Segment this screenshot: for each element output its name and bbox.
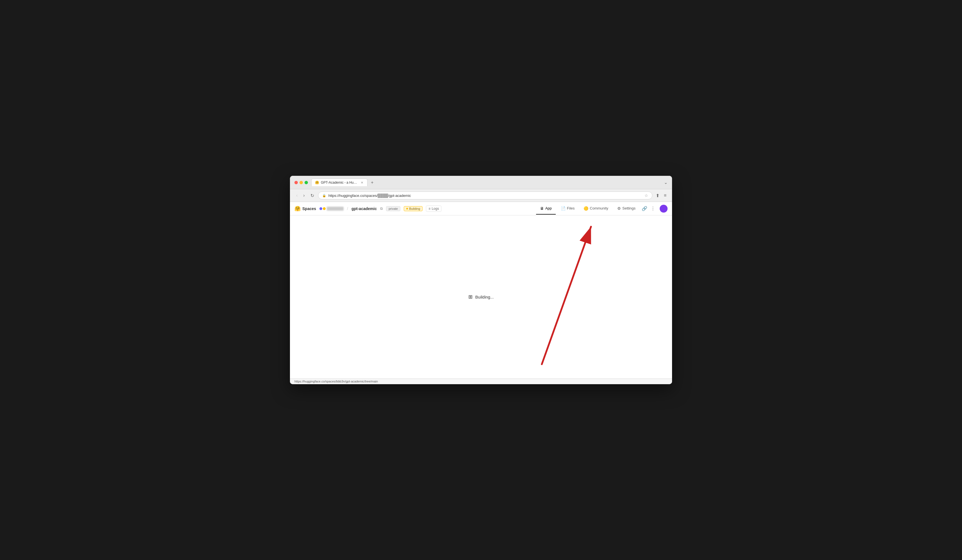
more-button[interactable]: ⋮ xyxy=(650,205,656,212)
nav-actions: ⬆ ≡ xyxy=(655,192,668,200)
svg-line-1 xyxy=(542,227,591,364)
status-url: https://huggingface.co/spaces/bbb3n/gpt-… xyxy=(294,380,378,383)
bookmark-icon[interactable]: ☆ xyxy=(644,193,648,198)
logs-button[interactable]: ≡ Logs xyxy=(426,206,441,212)
tab-favicon-icon: 🤗 xyxy=(315,180,319,185)
window-controls-icon: ⌄ xyxy=(664,180,668,185)
tab-bar: 🤗 GPT-Academic - a Hugging Fac… ✕ + xyxy=(311,179,660,186)
spaces-logo[interactable]: 🤗 Spaces xyxy=(294,206,316,212)
tab-files[interactable]: 📄 Files xyxy=(557,203,578,214)
building-dot-icon xyxy=(406,208,408,209)
settings-tab-icon: ⚙ xyxy=(617,206,621,211)
spaces-label: Spaces xyxy=(302,206,316,211)
app-tab-label: App xyxy=(546,206,552,210)
user-profile-avatar[interactable] xyxy=(660,205,668,212)
link-button[interactable]: 🔗 xyxy=(641,205,649,212)
logs-label: Logs xyxy=(431,207,439,211)
traffic-lights xyxy=(294,181,308,184)
dot-purple-icon xyxy=(320,207,322,210)
building-status-text: Building... xyxy=(475,294,494,299)
private-badge: private xyxy=(386,206,400,211)
address-text: https://huggingface.co/spaces/████/gpt-a… xyxy=(328,193,642,198)
building-status-badge[interactable]: Building xyxy=(404,206,423,211)
nav-tabs: 🖥 App 📄 Files 🟡 Community ⚙ Settings 🔗 ⋮ xyxy=(536,203,668,214)
nav-bar: ‹ › ↻ 🔒 https://huggingface.co/spaces/██… xyxy=(290,189,672,202)
username-text xyxy=(327,207,344,211)
maximize-window-button[interactable] xyxy=(305,181,308,184)
share-button[interactable]: ⬆ xyxy=(655,192,660,200)
files-tab-label: Files xyxy=(567,206,575,210)
avatar-dots xyxy=(320,207,326,210)
close-window-button[interactable] xyxy=(294,181,298,184)
repo-name: gpt-academic xyxy=(352,206,377,211)
files-tab-icon: 📄 xyxy=(561,206,566,211)
community-tab-label: Community xyxy=(590,206,608,210)
active-tab[interactable]: 🤗 GPT-Academic - a Hugging Fac… ✕ xyxy=(311,179,368,186)
tab-settings[interactable]: ⚙ Settings xyxy=(613,203,639,214)
dot-yellow-icon xyxy=(323,207,326,210)
address-bar[interactable]: 🔒 https://huggingface.co/spaces/████/gpt… xyxy=(318,191,652,200)
minimize-window-button[interactable] xyxy=(300,181,303,184)
lock-icon: 🔒 xyxy=(322,194,326,198)
back-button[interactable]: ‹ xyxy=(294,192,299,199)
tab-community[interactable]: 🟡 Community xyxy=(579,203,612,214)
status-bar: https://huggingface.co/spaces/bbb3n/gpt-… xyxy=(290,378,672,384)
settings-tab-label: Settings xyxy=(622,206,636,210)
browser-window: 🤗 GPT-Academic - a Hugging Fac… ✕ + ⌄ ‹ … xyxy=(290,176,672,384)
tab-app[interactable]: 🖥 App xyxy=(536,203,556,214)
building-status-message: ⊞ Building... xyxy=(468,294,494,300)
logs-icon: ≡ xyxy=(428,207,431,211)
building-badge-label: Building xyxy=(409,207,420,210)
user-avatar-area xyxy=(320,207,344,211)
app-bar: 🤗 Spaces / gpt-academic ⧉ private Buildi… xyxy=(290,202,672,216)
spaces-emoji-icon: 🤗 xyxy=(294,206,301,212)
title-bar: 🤗 GPT-Academic - a Hugging Fac… ✕ + ⌄ xyxy=(290,176,672,189)
community-tab-icon: 🟡 xyxy=(584,206,588,211)
menu-button[interactable]: ≡ xyxy=(663,192,668,199)
tab-title: GPT-Academic - a Hugging Fac… xyxy=(321,180,358,185)
forward-button[interactable]: › xyxy=(302,192,306,199)
copy-icon[interactable]: ⧉ xyxy=(380,206,383,211)
building-spinner-icon: ⊞ xyxy=(468,294,473,300)
tab-close-button[interactable]: ✕ xyxy=(360,181,364,185)
app-tab-icon: 🖥 xyxy=(540,206,544,211)
separator: / xyxy=(347,206,348,211)
new-tab-button[interactable]: + xyxy=(369,179,376,186)
reload-button[interactable]: ↻ xyxy=(309,192,316,200)
main-content: ⊞ Building... xyxy=(290,216,672,378)
